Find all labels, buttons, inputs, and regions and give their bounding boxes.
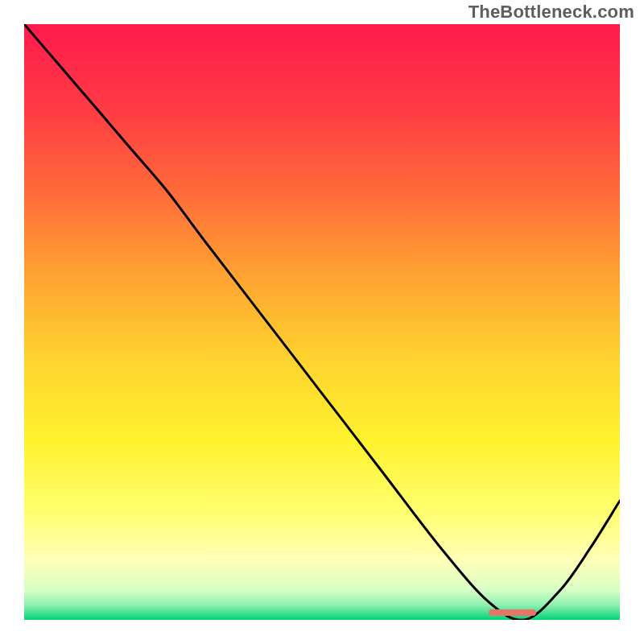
watermark-text: TheBottleneck.com <box>469 2 634 23</box>
optimal-zone-marker <box>489 609 536 616</box>
plot-area <box>24 24 620 620</box>
chart-background <box>24 24 620 620</box>
chart-svg <box>24 24 620 620</box>
